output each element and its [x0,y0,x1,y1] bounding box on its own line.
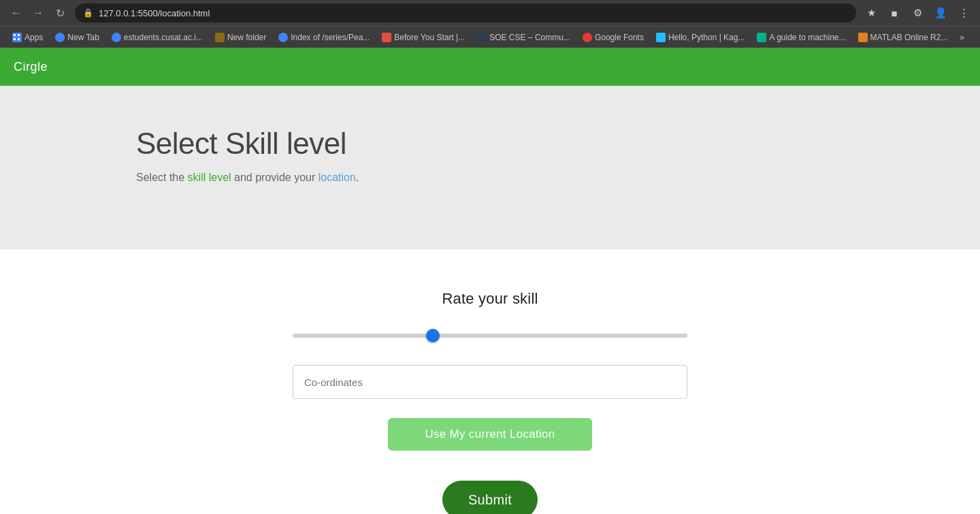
nav-buttons: ← → ↻ [7,3,69,22]
hero-section: Select Skill level Select the skill leve… [0,86,980,249]
bookmark-matlab-label: MATLAB Online R2... [870,33,948,42]
settings-button[interactable]: ⚙ [908,3,927,22]
bookmark-index-series-label: Index of /series/Pea... [291,33,370,42]
bookmark-machine-learning[interactable]: A guide to machine... [751,31,851,44]
bookmark-star-button[interactable]: ★ [862,3,881,22]
estudents-icon [112,33,121,42]
machine-learning-icon [757,33,766,42]
location-link[interactable]: location [318,172,356,183]
bookmark-before-you-start[interactable]: Before You Start |... [376,31,470,44]
slider-container [293,328,687,340]
address-bar[interactable]: 🔒 127.0.0.1:5500/location.html [75,3,856,22]
more-bookmarks-label: » [960,33,964,42]
toolbar-right: ★ ■ ⚙ 👤 ⋮ [862,3,973,22]
bookmark-apps-label: Apps [24,33,43,42]
google-fonts-icon [583,33,592,42]
subtitle-middle: and provide your [231,172,318,183]
browser-chrome: ← → ↻ 🔒 127.0.0.1:5500/location.html ★ ■… [0,0,980,48]
hero-title: Select Skill level [136,127,844,161]
bookmark-hello-python-label: Hello, Python | Kag... [668,33,745,42]
skill-link[interactable]: skill level [188,172,231,183]
before-you-start-icon [382,33,391,42]
bookmark-machine-learning-label: A guide to machine... [769,33,845,42]
subtitle-prefix: Select the [136,172,188,183]
bookmark-index-series[interactable]: Index of /series/Pea... [273,31,375,44]
index-series-icon [278,33,288,42]
coordinates-input[interactable] [293,365,687,399]
bookmark-soe-cse-label: SOE CSE – Commu... [489,33,570,42]
subtitle-suffix: . [356,172,359,183]
forward-button[interactable]: → [29,3,48,22]
matlab-icon [858,33,868,42]
use-current-location-button[interactable]: Use My current Location [388,418,592,451]
apps-icon [12,33,22,42]
bookmark-google-fonts-label: Google Fonts [595,33,644,42]
menu-button[interactable]: ⋮ [954,3,973,22]
profile-button[interactable]: 👤 [931,3,950,22]
bookmark-hello-python[interactable]: Hello, Python | Kag... [651,31,751,44]
bookmark-new-folder-label: New folder [227,33,266,42]
bookmark-more[interactable]: » [954,31,970,44]
hero-subtitle: Select the skill level and provide your … [136,172,844,184]
app-content: Cirgle Select Skill level Select the ski… [0,48,980,514]
bookmark-apps[interactable]: Apps [7,31,48,44]
bookmark-google-fonts[interactable]: Google Fonts [577,31,649,44]
bookmark-new-tab[interactable]: New Tab [50,31,104,44]
hello-python-icon [656,33,666,42]
url-text: 127.0.0.1:5500/location.html [99,8,210,18]
form-section-title: Rate your skill [442,290,538,308]
skill-slider[interactable] [293,334,687,338]
app-navbar: Cirgle [0,48,980,86]
bookmark-soe-cse[interactable]: SOE CSE – Commu... [472,31,576,44]
submit-button[interactable]: Submit [442,481,538,514]
bookmark-before-you-start-label: Before You Start |... [394,33,465,42]
soe-cse-icon [477,33,487,42]
bookmarks-bar: Apps New Tab estudents.cusat.ac.i... New… [0,26,980,48]
back-button[interactable]: ← [7,3,26,22]
lock-icon: 🔒 [83,8,93,18]
bookmark-new-tab-label: New Tab [67,33,99,42]
bookmark-new-folder[interactable]: New folder [210,31,272,44]
folder-icon [215,33,225,42]
bookmark-estudents-label: estudents.cusat.ac.i... [124,33,203,42]
reload-button[interactable]: ↻ [50,3,69,22]
new-tab-icon [55,33,65,42]
bookmark-estudents[interactable]: estudents.cusat.ac.i... [106,31,208,44]
app-brand: Cirgle [14,60,48,74]
browser-toolbar: ← → ↻ 🔒 127.0.0.1:5500/location.html ★ ■… [0,0,980,26]
form-area: Rate your skill Use My current Location … [0,249,980,514]
bookmark-matlab[interactable]: MATLAB Online R2... [853,31,953,44]
extensions-button[interactable]: ■ [885,3,904,22]
